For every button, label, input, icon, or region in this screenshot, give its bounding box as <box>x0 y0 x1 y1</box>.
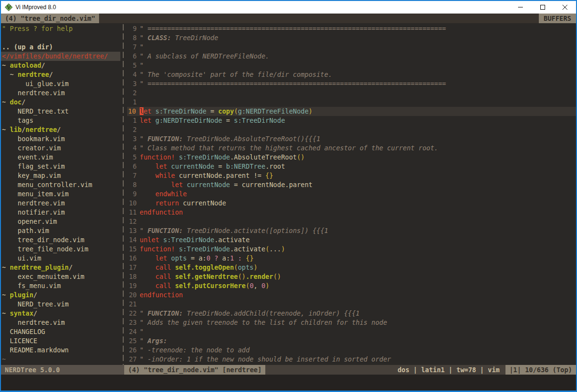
code-line[interactable]: 4" The 'composite' part of the file/dir … <box>127 70 576 79</box>
text-segment: / <box>33 309 37 317</box>
tree-item[interactable]: bookmark.vim <box>2 134 120 144</box>
code-line[interactable]: 3" =====================================… <box>127 79 576 88</box>
tab-tree-dir-node[interactable]: (4) "tree_dir_node.vim" <box>1 14 99 23</box>
code-line[interactable]: 2 <box>127 125 576 134</box>
tree-item[interactable]: tree_dir_node.vim <box>2 235 120 245</box>
tree-item[interactable]: tags <box>2 116 120 125</box>
tree-item[interactable]: ~ syntax/ <box>2 309 120 318</box>
code-line[interactable]: 15function! s:TreeDirNode.activate(...) <box>127 245 576 254</box>
tree-item[interactable]: nerdtree.vim <box>2 318 120 327</box>
text-segment: ~ <box>2 61 10 69</box>
tree-item[interactable]: key_map.vim <box>2 171 120 180</box>
minimize-button[interactable] <box>509 1 532 14</box>
code-line[interactable]: 24" <box>127 327 576 336</box>
tree-item[interactable]: flag_set.vim <box>2 162 120 171</box>
code-text: endfunction <box>140 290 576 300</box>
tree-item[interactable]: CHANGELOG <box>2 327 120 336</box>
tree-item[interactable]: path.vim <box>2 226 120 235</box>
tree-item[interactable]: ~ <box>2 355 120 364</box>
code-line[interactable]: 27" -inOrder: 1 if the new node should b… <box>127 355 576 364</box>
code-line[interactable]: 7" <box>127 43 576 52</box>
line-number: 6 <box>127 52 140 61</box>
tree-item[interactable]: NERD_tree.txt <box>2 107 120 116</box>
tree-item[interactable]: nerdtree.vim <box>2 199 120 208</box>
tree-root-item[interactable]: </vimfiles/bundle/nerdtree/ <box>1 52 120 61</box>
code-line[interactable]: 10let s:TreeDirNode = copy(g:NERDTreeFil… <box>127 107 576 116</box>
code-text: let g:NERDTreeDirNode = s:TreeDirNode <box>140 116 576 125</box>
code-line[interactable]: 6 let currentNode = b:NERDTree.root <box>127 162 576 171</box>
code-line[interactable]: 4" Class method that returns the highest… <box>127 144 576 153</box>
code-line[interactable]: 5" <box>127 61 576 70</box>
code-line[interactable]: 18 call self.getNerdtree().render() <box>127 272 576 281</box>
text-segment: unlet <box>140 236 159 244</box>
text-segment: ~ <box>2 309 10 317</box>
tree-item[interactable]: event.vim <box>2 153 120 162</box>
code-line[interactable]: 16 let opts = a:0 ? a:1 : {} <box>127 254 576 263</box>
code-line[interactable]: 7 while currentNode.parent != {} <box>127 171 576 180</box>
tree-item[interactable]: " Press ? for help <box>2 24 120 33</box>
code-line[interactable]: 11endfunction <box>127 208 576 217</box>
tree-item[interactable]: ui_glue.vim <box>2 79 120 88</box>
code-line[interactable]: 9 endwhile <box>127 189 576 199</box>
tree-item[interactable]: ~ nerdtree/ <box>2 70 120 79</box>
code-line[interactable]: 23" Adds the given treenode to the list … <box>127 318 576 327</box>
text-segment: self.getNerdtree <box>175 273 238 280</box>
tree-item[interactable]: menu_item.vim <box>2 189 120 199</box>
tree-item[interactable]: ui.vim <box>2 254 120 263</box>
code-line[interactable]: 12 <box>127 217 576 226</box>
text-segment: " <box>140 227 147 234</box>
text-segment: exec_menuitem.vim <box>2 273 85 280</box>
code-line[interactable]: 20endfunction <box>127 290 576 300</box>
code-line[interactable]: 17 call self.toggleOpen(opts) <box>127 263 576 272</box>
code-line[interactable]: 19 call self.putCursorHere(0, 0) <box>127 281 576 290</box>
tree-item[interactable]: tree_file_node.vim <box>2 245 120 254</box>
code-line[interactable]: 3" FUNCTION: TreeDirNode.AbsoluteTreeRoo… <box>127 134 576 144</box>
tree-item[interactable]: LICENCE <box>2 336 120 346</box>
code-line[interactable]: 8 let currentNode = currentNode.parent <box>127 180 576 189</box>
text-segment: fs_menu.vim <box>2 282 61 290</box>
code-line[interactable]: 26" -treenode: the node to add <box>127 346 576 355</box>
tree-item[interactable]: menu_controller.vim <box>2 180 120 189</box>
line-number: 19 <box>127 281 140 290</box>
tree-item[interactable]: nerdtree.vim <box>2 88 120 98</box>
code-line[interactable]: 2 <box>127 88 576 98</box>
code-line[interactable]: 1let g:NERDTreeDirNode = s:TreeDirNode <box>127 116 576 125</box>
tree-item[interactable]: ~ doc/ <box>2 98 120 107</box>
window-separator[interactable] <box>120 23 127 365</box>
close-button[interactable] <box>554 1 576 14</box>
maximize-button[interactable] <box>532 1 554 14</box>
code-text: " Adds the given treenode to the list of… <box>140 318 576 327</box>
code-line[interactable]: 13" FUNCTION: TreeDirNode.activate([opti… <box>127 226 576 235</box>
text-segment: bookmark.vim <box>2 135 65 143</box>
code-line[interactable]: 14unlet s:TreeDirNode.activate <box>127 235 576 245</box>
tree-item[interactable]: notifier.vim <box>2 208 120 217</box>
code-line[interactable]: 8" CLASS: TreeDirNode <box>127 33 576 43</box>
code-text: call self.putCursorHere(0, 0) <box>140 281 576 290</box>
command-line[interactable] <box>1 375 576 391</box>
tree-item[interactable]: exec_menuitem.vim <box>2 272 120 281</box>
code-line[interactable]: 5function! s:TreeDirNode.AbsoluteTreeRoo… <box>127 153 576 162</box>
text-segment <box>151 116 155 124</box>
code-text: " -inOrder: 1 if the new node should be … <box>140 355 576 364</box>
code-line[interactable]: 25" Args: <box>127 336 576 346</box>
code-line[interactable]: 9" =====================================… <box>127 24 576 33</box>
tree-item[interactable]: creator.vim <box>2 144 120 153</box>
tree-item[interactable]: ~ lib/nerdtree/ <box>2 125 120 134</box>
tree-item[interactable]: ~ plugin/ <box>2 290 120 300</box>
tree-item[interactable]: ~ nerdtree_plugin/ <box>2 263 120 272</box>
line-number: 5 <box>127 61 140 70</box>
tree-item[interactable]: README.markdown <box>2 346 120 355</box>
code-line[interactable]: 6" A subclass of NERDTreeFileNode. <box>127 52 576 61</box>
tree-item[interactable]: ~ autoload/ <box>2 61 120 70</box>
tree-item[interactable]: .. (up a dir) <box>2 43 120 52</box>
tree-item[interactable]: opener.vim <box>2 217 120 226</box>
code-line[interactable]: 21 <box>127 300 576 309</box>
code-line[interactable]: 10 return currentNode <box>127 199 576 208</box>
text-segment: / <box>22 126 26 133</box>
code-line[interactable]: 22" FUNCTION: TreeDirNode.addChild(treen… <box>127 309 576 318</box>
tree-item[interactable] <box>2 33 120 43</box>
tree-item[interactable]: NERD_tree.vim <box>2 300 120 309</box>
tree-item[interactable]: fs_menu.vim <box>2 281 120 290</box>
code-line[interactable]: 1 <box>127 98 576 107</box>
buffer-statusline: (4) "tree_dir_node.vim" [nerdtree] <box>124 365 265 375</box>
